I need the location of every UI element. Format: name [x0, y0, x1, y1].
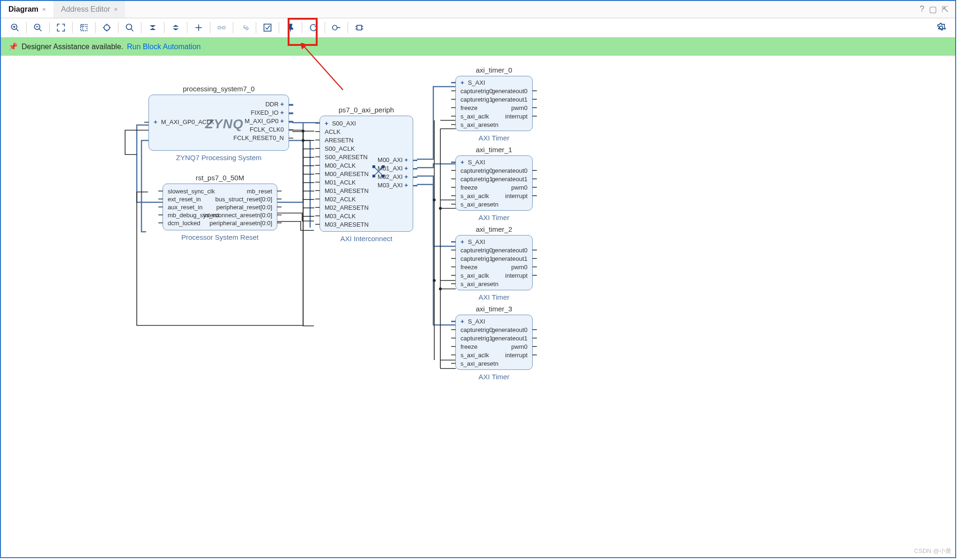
zoom-out-icon[interactable]	[31, 21, 45, 35]
pin-icon: 📌	[8, 42, 18, 51]
svg-rect-23	[357, 25, 362, 30]
separator	[279, 22, 279, 33]
tab-address-editor[interactable]: Address Editor ×	[53, 1, 125, 18]
port: pwm0	[511, 343, 527, 350]
tab-diagram[interactable]: Diagram ×	[1, 1, 53, 18]
svg-point-32	[439, 287, 442, 290]
expand-icon[interactable]	[169, 21, 183, 35]
svg-point-30	[302, 139, 304, 142]
run-block-automation-link[interactable]: Run Block Automation	[127, 43, 201, 51]
port: s_axi_aresetn	[460, 121, 498, 128]
target-icon[interactable]	[100, 21, 114, 35]
block-axi-interconnect[interactable]: ps7_0_axi_periph AXI Interconnect M00_AX…	[319, 116, 413, 232]
block-processing-system7[interactable]: processing_system7_0 ZYNQ + M_AXI_GP0_AC…	[149, 95, 289, 151]
ip-icon[interactable]	[352, 21, 366, 35]
port: s_axi_aresetn	[460, 360, 498, 367]
port: interconnect_aresetn[0:0]	[203, 212, 272, 219]
port-m-axi-gp0: M_AXI_GP0 +	[245, 118, 284, 125]
optimize-icon[interactable]	[329, 21, 343, 35]
close-icon[interactable]: ×	[114, 6, 118, 13]
search-icon[interactable]	[123, 21, 137, 35]
port: peripheral_aresetn[0:0]	[209, 220, 272, 227]
port: bus_struct_reset[0:0]	[215, 196, 272, 203]
port: M01_ACLK	[325, 179, 356, 186]
svg-point-21	[333, 25, 337, 30]
port: capturetrig1	[460, 335, 493, 342]
port: generateout0	[491, 88, 527, 95]
port: generateout1	[491, 176, 527, 183]
popout-icon[interactable]: ⇱	[942, 4, 949, 15]
block-instance-name: ps7_0_axi_periph	[320, 106, 413, 114]
validate-icon[interactable]	[260, 21, 275, 35]
block-axi-timer-2[interactable]: axi_timer_2AXI Timer+ S_AXIcapturetrig0c…	[455, 235, 533, 290]
port: ARESETN	[325, 137, 353, 144]
toolbar	[1, 18, 955, 37]
port: generateout0	[491, 167, 527, 174]
svg-point-34	[433, 279, 436, 282]
tab-bar: Diagram × Address Editor × ? ▢ ⇱	[1, 1, 955, 18]
port: peripheral_reset[0:0]	[216, 204, 272, 211]
port: ext_reset_in	[168, 196, 201, 203]
port: freeze	[460, 184, 477, 191]
block-axi-timer-1[interactable]: axi_timer_1AXI Timer+ S_AXIcapturetrig0c…	[455, 155, 533, 211]
port: s_axi_aclk	[460, 352, 489, 359]
port: M00_AXI +	[378, 156, 408, 163]
settings-icon[interactable]	[934, 21, 948, 35]
help-icon[interactable]: ?	[920, 4, 924, 15]
collapse-icon[interactable]	[146, 21, 160, 35]
port: M00_ARESETN	[325, 170, 369, 177]
port: mb_reset	[247, 188, 272, 195]
block-axi-timer-0[interactable]: axi_timer_0AXI Timer+ S_AXIcapturetrig0c…	[455, 76, 533, 131]
zoom-area-icon[interactable]	[77, 21, 91, 35]
port-ddr: DDR +	[265, 101, 284, 108]
port-fclk-clk0: FCLK_CLK0	[250, 126, 284, 133]
add-icon[interactable]	[192, 21, 206, 35]
zoom-in-icon[interactable]	[8, 21, 22, 35]
svg-rect-39	[372, 175, 375, 177]
separator	[141, 22, 141, 33]
port: freeze	[460, 343, 477, 350]
block-type-label: Processor System Reset	[163, 233, 277, 241]
port: M03_ACLK	[325, 213, 356, 220]
window-controls: ? ▢ ⇱	[920, 4, 955, 15]
close-icon[interactable]: ×	[42, 6, 46, 13]
pin-icon[interactable]	[283, 21, 297, 35]
tab-diagram-label: Diagram	[8, 5, 38, 14]
watermark: CSDN @小黄	[914, 547, 951, 555]
restore-icon[interactable]: ▢	[929, 4, 937, 15]
assistance-banner: 📌 Designer Assistance available. Run Blo…	[1, 37, 955, 56]
port: generateout1	[491, 255, 527, 262]
port-fclk-reset0-n: FCLK_RESET0_N	[233, 134, 284, 141]
separator	[233, 22, 233, 33]
separator	[256, 22, 256, 33]
block-instance-name: axi_timer_2	[456, 225, 532, 233]
connection-icon[interactable]	[215, 21, 229, 35]
separator	[26, 22, 27, 33]
port: + S_AXI	[460, 159, 485, 166]
port: interrupt	[505, 113, 527, 120]
zoom-fit-icon[interactable]	[54, 21, 68, 35]
port: M03_AXI +	[378, 182, 408, 189]
port: generateout0	[491, 326, 527, 333]
tab-address-label: Address Editor	[61, 5, 110, 14]
port: M02_AXI +	[378, 173, 408, 180]
regenerate-layout-icon[interactable]	[306, 21, 320, 35]
block-axi-timer-3[interactable]: axi_timer_3AXI Timer+ S_AXIcapturetrig0c…	[455, 315, 533, 370]
svg-rect-17	[218, 27, 221, 29]
svg-rect-18	[223, 27, 225, 29]
port: M00_ACLK	[325, 162, 356, 169]
port: capturetrig0	[460, 247, 493, 254]
separator	[210, 22, 210, 33]
banner-message: Designer Assistance available.	[22, 43, 123, 51]
port: freeze	[460, 264, 477, 271]
svg-line-1	[16, 29, 19, 31]
port: slowest_sync_clk	[168, 188, 215, 195]
port: capturetrig1	[460, 255, 493, 262]
block-design-canvas[interactable]: processing_system7_0 ZYNQ + M_AXI_GP0_AC…	[1, 62, 955, 557]
wrench-icon[interactable]	[238, 21, 252, 35]
block-processor-system-reset[interactable]: rst_ps7_0_50M slowest_sync_clk ext_reset…	[163, 184, 277, 230]
svg-rect-20	[264, 24, 271, 31]
port-fixed-io: FIXED_IO +	[251, 109, 284, 116]
port: s_axi_aclk	[460, 113, 489, 120]
port: generateout1	[491, 335, 527, 342]
